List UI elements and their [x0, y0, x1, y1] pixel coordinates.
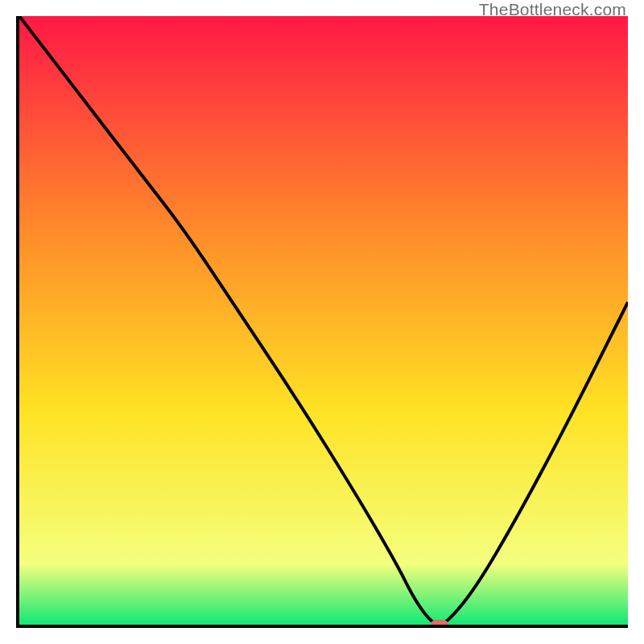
- chart-container: TheBottleneck.com: [0, 0, 644, 644]
- optimum-marker: [431, 620, 448, 628]
- plot-area: [16, 16, 628, 628]
- bottleneck-curve: [19, 16, 628, 625]
